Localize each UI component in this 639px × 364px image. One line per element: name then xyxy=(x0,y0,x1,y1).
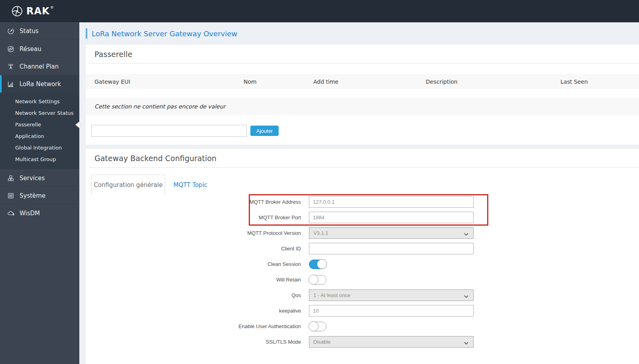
chevron-down-icon xyxy=(464,293,468,299)
toggle-knob xyxy=(317,259,327,269)
clean-session-label: Clean Session xyxy=(86,261,301,267)
gateway-table-header: Gateway EUI Nom Add time Description Las… xyxy=(86,74,639,89)
sidebar-subitem-network-settings[interactable]: Network Settings xyxy=(0,96,79,107)
enable-user-authentication-toggle[interactable] xyxy=(309,322,326,331)
gateway-add-row: Ajouter xyxy=(91,125,639,145)
will-retain-label: Will Retain xyxy=(86,277,301,283)
client-id-label: Client ID xyxy=(86,246,301,252)
backend-config-card: Gateway Backend Configuration Configurat… xyxy=(86,149,639,364)
enable-user-authentication-label: Enable User Authentication xyxy=(86,323,301,329)
mqtt-protocol-version-label: MQTT Protocol Version xyxy=(86,230,301,236)
antenna-icon xyxy=(6,63,15,71)
client-id-input[interactable] xyxy=(309,243,474,254)
cubes-icon xyxy=(6,174,15,182)
col-description: Description xyxy=(426,79,560,85)
title-accent-bar xyxy=(86,28,87,39)
sidebar-item-label: Système xyxy=(20,192,45,199)
form-row: Will Retain xyxy=(86,274,639,285)
toggle-knob xyxy=(309,321,319,331)
form-row: Qos 1 - At least once xyxy=(86,289,639,301)
registered-mark: ® xyxy=(50,6,54,10)
backend-form: MQTT Broker Address MQTT Broker Port MQT… xyxy=(86,196,639,348)
page-title: LoRa Network Server Gateway Overview xyxy=(92,30,237,38)
sidebar-item-channel-plan[interactable]: Channel Plan xyxy=(0,57,79,75)
sidebar-item-wisdm[interactable]: WisDM xyxy=(0,204,79,222)
selected-value: Disable xyxy=(313,339,330,345)
selected-value: V3.1.1 xyxy=(313,230,328,236)
selected-value: 1 - At least once xyxy=(313,292,350,298)
sidebar-item-label: Status xyxy=(20,28,39,35)
brand-name: RAK xyxy=(26,5,50,17)
form-row: MQTT Broker Port xyxy=(86,212,639,223)
col-last-seen: Last Seen xyxy=(560,79,639,85)
sidebar-subitem-passerelle[interactable]: Passerelle xyxy=(0,119,79,130)
chevron-down-icon xyxy=(464,231,468,237)
qos-label: Qos xyxy=(86,292,301,298)
toggle-knob xyxy=(309,275,319,285)
mqtt-broker-address-label: MQTT Broker Address xyxy=(86,199,301,205)
ssl-tls-mode-label: SSL/TLS Mode xyxy=(86,339,301,345)
keepalive-input[interactable] xyxy=(309,305,474,317)
backend-config-heading: Gateway Backend Configuration xyxy=(89,149,639,168)
server-list-icon xyxy=(6,192,15,200)
passerelle-heading: Passerelle xyxy=(89,45,639,64)
keepalive-label: keepalive xyxy=(86,308,301,314)
tab-configuration-generale[interactable]: Configuration générale xyxy=(91,175,165,195)
sidebar-item-status[interactable]: Status xyxy=(0,22,79,40)
bar-chart-icon xyxy=(6,80,15,88)
active-item-marker xyxy=(75,122,79,128)
sidebar-item-label: LoRa Network xyxy=(20,81,61,88)
form-row: MQTT Protocol Version V3.1.1 xyxy=(86,227,639,239)
gateway-table-empty-row: Cette section ne contient pas encore de … xyxy=(86,98,639,115)
sidebar: Status Réseau Channel Plan xyxy=(0,22,79,364)
ajouter-button[interactable]: Ajouter xyxy=(250,126,279,136)
rak-logo: RAK ® xyxy=(11,5,54,17)
main-content: LoRa Network Server Gateway Overview Pas… xyxy=(79,22,639,364)
section-gap xyxy=(79,145,639,149)
cloud-signal-icon xyxy=(6,209,15,217)
form-row: keepalive xyxy=(86,305,639,317)
ssl-tls-mode-select[interactable]: Disable xyxy=(309,336,474,348)
mqtt-broker-port-input[interactable] xyxy=(309,212,474,223)
sidebar-item-reseau[interactable]: Réseau xyxy=(0,40,79,57)
col-gateway-eui: Gateway EUI xyxy=(94,79,244,85)
will-retain-toggle[interactable] xyxy=(309,275,326,285)
top-header: RAK ® xyxy=(0,0,639,22)
sidebar-item-label: Services xyxy=(20,175,45,182)
empty-message: Cette section ne contient pas encore de … xyxy=(94,103,226,110)
rak-logo-icon xyxy=(11,5,23,17)
gauge-icon xyxy=(6,27,15,35)
sidebar-item-systeme[interactable]: Système xyxy=(0,187,79,204)
form-row: MQTT Broker Address xyxy=(86,196,639,208)
mqtt-broker-address-input[interactable] xyxy=(309,196,474,208)
network-icon xyxy=(6,45,15,53)
page-title-row: LoRa Network Server Gateway Overview xyxy=(79,22,639,45)
col-add-time: Add time xyxy=(313,79,426,85)
qos-select[interactable]: 1 - At least once xyxy=(309,289,474,301)
sidebar-item-label: WisDM xyxy=(20,210,40,217)
clean-session-toggle[interactable] xyxy=(309,260,326,269)
sidebar-subitem-global-integration[interactable]: Global Integration xyxy=(0,142,79,153)
mqtt-protocol-version-select[interactable]: V3.1.1 xyxy=(309,227,474,239)
sidebar-subitem-multicast-group[interactable]: Multicast Group xyxy=(0,153,79,165)
sidebar-item-label: Réseau xyxy=(20,45,41,53)
mqtt-broker-port-label: MQTT Broker Port xyxy=(86,214,301,220)
sidebar-item-lora-network[interactable]: LoRa Network xyxy=(0,75,79,92)
form-row: Client ID xyxy=(86,243,639,254)
col-nom: Nom xyxy=(244,79,313,85)
tab-mqtt-topic[interactable]: MQTT Topic xyxy=(173,175,207,195)
form-row: Clean Session xyxy=(86,258,639,270)
sidebar-item-services[interactable]: Services xyxy=(0,169,79,187)
form-row: SSL/TLS Mode Disable xyxy=(86,336,639,348)
sidebar-subitem-application[interactable]: Application xyxy=(0,130,79,142)
lora-network-submenu: Network Settings Network Server Status P… xyxy=(0,92,79,169)
sidebar-item-label: Channel Plan xyxy=(20,63,59,70)
passerelle-card: Passerelle Gateway EUI Nom Add time Desc… xyxy=(86,45,639,145)
form-row: Enable User Authentication xyxy=(86,321,639,332)
gateway-eui-input[interactable] xyxy=(91,125,247,137)
chevron-down-icon xyxy=(464,340,468,346)
backend-tabs: Configuration générale MQTT Topic xyxy=(91,175,639,195)
sidebar-subitem-network-server-status[interactable]: Network Server Status xyxy=(0,107,79,119)
